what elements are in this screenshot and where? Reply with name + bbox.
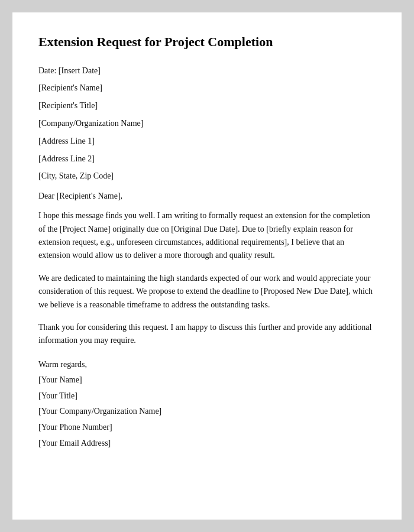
recipient-title: [Recipient's Title] xyxy=(38,99,376,113)
closing: Warm regards, xyxy=(38,357,376,373)
document-container: Extension Request for Project Completion… xyxy=(12,12,402,520)
your-title: [Your Title] xyxy=(38,388,376,404)
recipient-name-block: [Recipient's Name] xyxy=(38,81,376,95)
closing-block: Warm regards, [Your Name] [Your Title] [… xyxy=(38,357,376,452)
your-company: [Your Company/Organization Name] xyxy=(38,404,376,420)
company-name-block: [Company/Organization Name] xyxy=(38,116,376,131)
address-block: Date: [Insert Date] xyxy=(38,64,376,78)
address-line1: [Address Line 1] xyxy=(38,134,376,148)
recipient-title-block: [Recipient's Title] xyxy=(38,99,376,113)
city-state-zip-block: [City, State, Zip Code] xyxy=(38,169,376,183)
your-name: [Your Name] xyxy=(38,372,376,388)
recipient-name: [Recipient's Name] xyxy=(38,81,376,95)
address-line1-block: [Address Line 1] xyxy=(38,134,376,148)
paragraph1: I hope this message finds you well. I am… xyxy=(38,209,376,262)
city-state-zip: [City, State, Zip Code] xyxy=(38,169,376,183)
address-line2-block: [Address Line 2] xyxy=(38,152,376,166)
company-name: [Company/Organization Name] xyxy=(38,116,376,131)
your-email: [Your Email Address] xyxy=(38,436,376,452)
paragraph3: Thank you for considering this request. … xyxy=(38,321,376,348)
address-line2: [Address Line 2] xyxy=(38,152,376,166)
your-phone: [Your Phone Number] xyxy=(38,420,376,436)
paragraph2: We are dedicated to maintaining the high… xyxy=(38,272,376,312)
salutation: Dear [Recipient's Name], xyxy=(38,192,376,201)
document-title: Extension Request for Project Completion xyxy=(38,34,376,51)
date-line: Date: [Insert Date] xyxy=(38,64,376,78)
